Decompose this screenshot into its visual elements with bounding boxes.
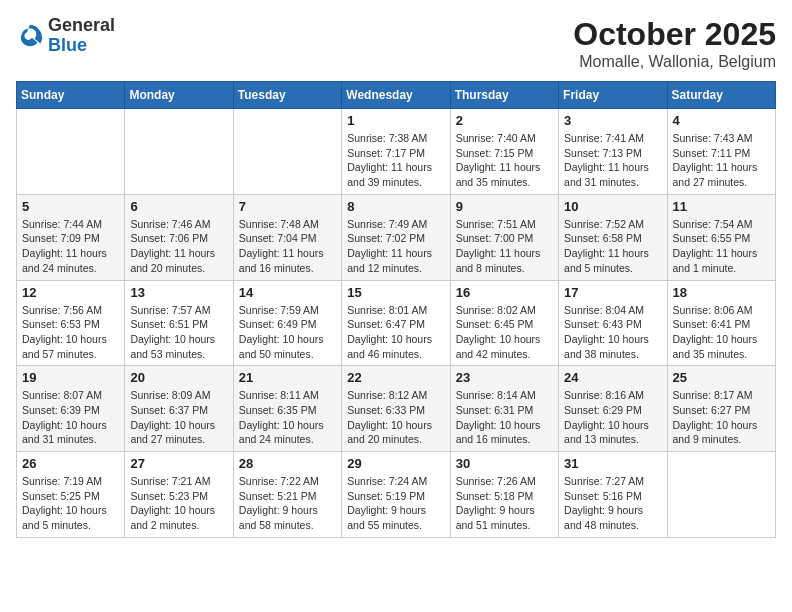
day-info: Sunrise: 7:49 AM Sunset: 7:02 PM Dayligh… [347,217,444,276]
day-info: Sunrise: 8:16 AM Sunset: 6:29 PM Dayligh… [564,388,661,447]
calendar-cell: 1Sunrise: 7:38 AM Sunset: 7:17 PM Daylig… [342,109,450,195]
calendar-cell: 6Sunrise: 7:46 AM Sunset: 7:06 PM Daylig… [125,194,233,280]
logo-blue-text: Blue [48,36,115,56]
day-info: Sunrise: 7:51 AM Sunset: 7:00 PM Dayligh… [456,217,553,276]
day-number: 7 [239,199,336,214]
calendar-cell: 10Sunrise: 7:52 AM Sunset: 6:58 PM Dayli… [559,194,667,280]
day-number: 13 [130,285,227,300]
day-number: 17 [564,285,661,300]
calendar-cell: 16Sunrise: 8:02 AM Sunset: 6:45 PM Dayli… [450,280,558,366]
calendar-cell: 26Sunrise: 7:19 AM Sunset: 5:25 PM Dayli… [17,452,125,538]
calendar-cell: 13Sunrise: 7:57 AM Sunset: 6:51 PM Dayli… [125,280,233,366]
calendar-week-row: 1Sunrise: 7:38 AM Sunset: 7:17 PM Daylig… [17,109,776,195]
calendar-cell [125,109,233,195]
day-info: Sunrise: 7:57 AM Sunset: 6:51 PM Dayligh… [130,303,227,362]
logo: General Blue [16,16,115,56]
day-info: Sunrise: 8:02 AM Sunset: 6:45 PM Dayligh… [456,303,553,362]
calendar-cell: 12Sunrise: 7:56 AM Sunset: 6:53 PM Dayli… [17,280,125,366]
day-number: 6 [130,199,227,214]
day-number: 16 [456,285,553,300]
header-friday: Friday [559,82,667,109]
day-number: 21 [239,370,336,385]
day-number: 14 [239,285,336,300]
calendar-cell: 14Sunrise: 7:59 AM Sunset: 6:49 PM Dayli… [233,280,341,366]
day-number: 8 [347,199,444,214]
day-info: Sunrise: 7:41 AM Sunset: 7:13 PM Dayligh… [564,131,661,190]
day-info: Sunrise: 7:44 AM Sunset: 7:09 PM Dayligh… [22,217,119,276]
day-number: 27 [130,456,227,471]
day-info: Sunrise: 8:07 AM Sunset: 6:39 PM Dayligh… [22,388,119,447]
day-info: Sunrise: 8:04 AM Sunset: 6:43 PM Dayligh… [564,303,661,362]
calendar-cell: 11Sunrise: 7:54 AM Sunset: 6:55 PM Dayli… [667,194,775,280]
calendar-week-row: 19Sunrise: 8:07 AM Sunset: 6:39 PM Dayli… [17,366,776,452]
calendar-cell: 3Sunrise: 7:41 AM Sunset: 7:13 PM Daylig… [559,109,667,195]
header-sunday: Sunday [17,82,125,109]
day-number: 12 [22,285,119,300]
calendar-cell: 17Sunrise: 8:04 AM Sunset: 6:43 PM Dayli… [559,280,667,366]
calendar-cell: 19Sunrise: 8:07 AM Sunset: 6:39 PM Dayli… [17,366,125,452]
calendar-cell: 30Sunrise: 7:26 AM Sunset: 5:18 PM Dayli… [450,452,558,538]
calendar-cell: 5Sunrise: 7:44 AM Sunset: 7:09 PM Daylig… [17,194,125,280]
day-info: Sunrise: 8:17 AM Sunset: 6:27 PM Dayligh… [673,388,770,447]
calendar-cell: 2Sunrise: 7:40 AM Sunset: 7:15 PM Daylig… [450,109,558,195]
day-number: 25 [673,370,770,385]
day-number: 5 [22,199,119,214]
day-number: 18 [673,285,770,300]
day-info: Sunrise: 7:38 AM Sunset: 7:17 PM Dayligh… [347,131,444,190]
calendar-cell: 25Sunrise: 8:17 AM Sunset: 6:27 PM Dayli… [667,366,775,452]
day-info: Sunrise: 7:21 AM Sunset: 5:23 PM Dayligh… [130,474,227,533]
day-info: Sunrise: 7:56 AM Sunset: 6:53 PM Dayligh… [22,303,119,362]
day-number: 31 [564,456,661,471]
day-number: 15 [347,285,444,300]
calendar-week-row: 5Sunrise: 7:44 AM Sunset: 7:09 PM Daylig… [17,194,776,280]
day-info: Sunrise: 7:40 AM Sunset: 7:15 PM Dayligh… [456,131,553,190]
day-info: Sunrise: 7:54 AM Sunset: 6:55 PM Dayligh… [673,217,770,276]
calendar-cell [17,109,125,195]
calendar-cell: 22Sunrise: 8:12 AM Sunset: 6:33 PM Dayli… [342,366,450,452]
day-number: 24 [564,370,661,385]
weekday-header-row: Sunday Monday Tuesday Wednesday Thursday… [17,82,776,109]
day-number: 3 [564,113,661,128]
calendar-cell: 24Sunrise: 8:16 AM Sunset: 6:29 PM Dayli… [559,366,667,452]
calendar-cell: 21Sunrise: 8:11 AM Sunset: 6:35 PM Dayli… [233,366,341,452]
day-info: Sunrise: 7:59 AM Sunset: 6:49 PM Dayligh… [239,303,336,362]
day-number: 29 [347,456,444,471]
calendar-cell: 15Sunrise: 8:01 AM Sunset: 6:47 PM Dayli… [342,280,450,366]
calendar-week-row: 26Sunrise: 7:19 AM Sunset: 5:25 PM Dayli… [17,452,776,538]
calendar-cell: 23Sunrise: 8:14 AM Sunset: 6:31 PM Dayli… [450,366,558,452]
day-info: Sunrise: 7:19 AM Sunset: 5:25 PM Dayligh… [22,474,119,533]
day-info: Sunrise: 7:46 AM Sunset: 7:06 PM Dayligh… [130,217,227,276]
title-area: October 2025 Momalle, Wallonia, Belgium [573,16,776,71]
calendar-table: Sunday Monday Tuesday Wednesday Thursday… [16,81,776,538]
location-title: Momalle, Wallonia, Belgium [573,53,776,71]
day-number: 11 [673,199,770,214]
logo-general-text: General [48,16,115,36]
day-number: 23 [456,370,553,385]
day-info: Sunrise: 7:48 AM Sunset: 7:04 PM Dayligh… [239,217,336,276]
calendar-cell: 27Sunrise: 7:21 AM Sunset: 5:23 PM Dayli… [125,452,233,538]
day-info: Sunrise: 7:52 AM Sunset: 6:58 PM Dayligh… [564,217,661,276]
day-number: 20 [130,370,227,385]
day-number: 4 [673,113,770,128]
day-number: 28 [239,456,336,471]
day-info: Sunrise: 8:11 AM Sunset: 6:35 PM Dayligh… [239,388,336,447]
day-number: 2 [456,113,553,128]
header: General Blue October 2025 Momalle, Wallo… [16,16,776,71]
day-info: Sunrise: 8:09 AM Sunset: 6:37 PM Dayligh… [130,388,227,447]
day-info: Sunrise: 7:26 AM Sunset: 5:18 PM Dayligh… [456,474,553,533]
day-number: 9 [456,199,553,214]
calendar-cell: 20Sunrise: 8:09 AM Sunset: 6:37 PM Dayli… [125,366,233,452]
calendar-cell: 18Sunrise: 8:06 AM Sunset: 6:41 PM Dayli… [667,280,775,366]
calendar-cell: 4Sunrise: 7:43 AM Sunset: 7:11 PM Daylig… [667,109,775,195]
day-info: Sunrise: 8:01 AM Sunset: 6:47 PM Dayligh… [347,303,444,362]
day-info: Sunrise: 8:06 AM Sunset: 6:41 PM Dayligh… [673,303,770,362]
day-info: Sunrise: 7:22 AM Sunset: 5:21 PM Dayligh… [239,474,336,533]
month-title: October 2025 [573,16,776,53]
calendar-week-row: 12Sunrise: 7:56 AM Sunset: 6:53 PM Dayli… [17,280,776,366]
calendar-cell: 28Sunrise: 7:22 AM Sunset: 5:21 PM Dayli… [233,452,341,538]
header-saturday: Saturday [667,82,775,109]
header-wednesday: Wednesday [342,82,450,109]
calendar-cell: 31Sunrise: 7:27 AM Sunset: 5:16 PM Dayli… [559,452,667,538]
calendar-cell: 7Sunrise: 7:48 AM Sunset: 7:04 PM Daylig… [233,194,341,280]
day-number: 10 [564,199,661,214]
